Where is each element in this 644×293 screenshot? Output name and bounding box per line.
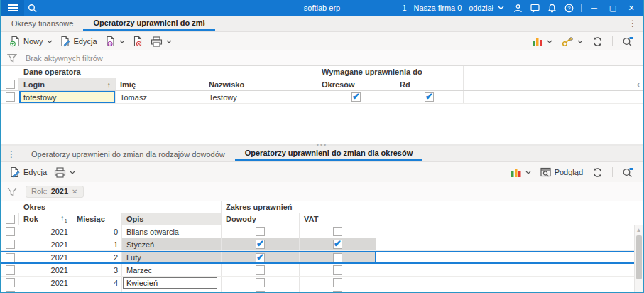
vat-checkbox[interactable] xyxy=(333,253,342,262)
detail-tab-menu[interactable]: ⋮ xyxy=(1,146,21,161)
cell-miesiac[interactable]: 1 xyxy=(72,238,122,250)
collapse-panel-icon[interactable]: ‹ xyxy=(637,80,640,89)
row-checkbox[interactable] xyxy=(6,265,15,275)
new-button[interactable]: Nowy xyxy=(6,33,56,49)
cell-rd[interactable] xyxy=(395,91,464,103)
document-info-button[interactable]: i xyxy=(101,33,129,49)
vertical-scrollbar[interactable]: ▲ xyxy=(634,225,643,293)
tab-okresy-finansowe[interactable]: Okresy finansowe xyxy=(1,16,83,31)
okresow-checkbox[interactable] xyxy=(351,92,361,102)
period-row[interactable]: 2021 3 Marzec xyxy=(1,264,643,277)
cell-vat[interactable] xyxy=(300,238,376,250)
tab-overflow-menu[interactable]: ⋮ xyxy=(623,16,643,31)
period-row[interactable]: 2021 5 Maj xyxy=(1,289,643,293)
cell-rok[interactable]: 2021 xyxy=(19,289,72,293)
cell-miesiac[interactable]: 3 xyxy=(72,264,122,276)
cell-opis[interactable]: Maj xyxy=(122,289,222,293)
scrollbar-thumb[interactable] xyxy=(636,235,642,279)
user-button[interactable] xyxy=(510,0,525,16)
permissions-button[interactable] xyxy=(558,33,586,49)
cell-rok[interactable]: 2021 xyxy=(19,252,72,262)
print-periods-button[interactable] xyxy=(50,164,79,180)
filter-funnel-icon[interactable] xyxy=(7,187,17,196)
cell-dowody[interactable] xyxy=(222,238,300,250)
row-checkbox[interactable] xyxy=(6,253,15,262)
select-all-checkbox[interactable] xyxy=(6,80,15,89)
vat-checkbox[interactable] xyxy=(333,240,342,249)
refresh-button[interactable] xyxy=(589,33,606,49)
row-checkbox[interactable] xyxy=(6,92,15,102)
column-header-rok[interactable]: Rok ↑1 xyxy=(19,213,72,225)
select-all-checkbox[interactable] xyxy=(6,215,15,224)
help-button[interactable]: ? xyxy=(561,0,577,16)
chart-button[interactable] xyxy=(528,33,556,49)
cell-opis[interactable]: Kwiecień xyxy=(122,277,222,289)
quick-search-button[interactable] xyxy=(618,164,637,180)
cell-vat-focused[interactable] xyxy=(300,252,376,262)
notifications-button[interactable] xyxy=(544,0,560,16)
cell-vat[interactable] xyxy=(300,264,376,276)
filter-funnel-icon[interactable] xyxy=(7,53,17,63)
cell-rok[interactable]: 2021 xyxy=(19,264,72,276)
cell-login[interactable]: totestowy xyxy=(19,91,116,103)
dowody-checkbox[interactable] xyxy=(256,253,265,262)
edit-period-button[interactable]: Edycja xyxy=(6,164,50,180)
rd-checkbox[interactable] xyxy=(425,92,434,102)
dowody-checkbox[interactable] xyxy=(256,265,265,275)
column-header-rd[interactable]: Rd xyxy=(395,78,464,90)
column-header-miesiac[interactable]: Miesiąc xyxy=(72,213,122,225)
filter-chip-rok[interactable]: Rok: 2021 ✕ xyxy=(26,186,84,198)
cell-dowody[interactable] xyxy=(222,264,300,276)
cell-rok[interactable]: 2021 xyxy=(19,238,72,250)
cell-vat[interactable] xyxy=(300,289,376,293)
refresh-button[interactable] xyxy=(589,164,606,180)
messages-button[interactable] xyxy=(527,0,542,16)
column-header-login[interactable]: Login ↑ xyxy=(19,78,116,90)
row-checkbox[interactable] xyxy=(6,278,15,287)
cell-rok[interactable]: 2021 xyxy=(19,225,72,238)
cell-imie[interactable]: Tomasz xyxy=(116,91,204,103)
hamburger-menu-button[interactable] xyxy=(1,0,24,16)
close-button[interactable]: ✕ xyxy=(623,0,640,16)
column-header-dowody[interactable]: Dowody xyxy=(222,213,300,225)
row-checkbox[interactable] xyxy=(6,227,15,236)
chart-button[interactable] xyxy=(507,164,535,180)
tab-operatorzy-uprawnieni[interactable]: Operatorzy uprawnieni do zmian [Firma xyxy=(83,16,215,31)
period-row-selected[interactable]: 2021 2 Luty xyxy=(1,251,643,264)
cell-nazwisko[interactable]: Testowy xyxy=(204,91,317,103)
operator-row[interactable]: totestowy Tomasz Testowy xyxy=(1,91,643,104)
column-header-imie[interactable]: Imię xyxy=(116,78,204,90)
cell-opis[interactable]: Marzec xyxy=(122,264,222,276)
cell-rok[interactable]: 2021 xyxy=(19,277,72,289)
cell-miesiac[interactable]: 4 xyxy=(72,277,122,289)
cell-dowody[interactable] xyxy=(222,252,300,262)
row-checkbox[interactable] xyxy=(6,240,15,249)
maximize-button[interactable]: ▢ xyxy=(604,0,621,16)
vat-checkbox[interactable] xyxy=(333,278,342,287)
period-row[interactable]: 2021 1 Styczeń xyxy=(1,238,643,251)
edit-button[interactable]: Edycja xyxy=(56,33,101,49)
remove-filter-icon[interactable]: ✕ xyxy=(72,188,77,196)
cell-vat[interactable] xyxy=(300,277,376,289)
column-header-okresow[interactable]: Okresów xyxy=(317,78,395,90)
preview-button[interactable]: Podgląd xyxy=(537,164,586,180)
column-header-vat[interactable]: VAT xyxy=(300,213,376,225)
company-selector[interactable]: 1 - Nasza firma 0 - oddział xyxy=(398,4,508,12)
focused-cell[interactable]: totestowy xyxy=(19,91,115,103)
delete-document-button[interactable] xyxy=(129,33,147,49)
dowody-checkbox[interactable] xyxy=(256,227,265,236)
cell-dowody[interactable] xyxy=(222,277,300,289)
vat-checkbox[interactable] xyxy=(333,265,342,275)
cell-opis[interactable]: Luty xyxy=(122,252,222,262)
cell-miesiac[interactable]: 2 xyxy=(72,252,122,262)
cell-opis[interactable]: Styczeń xyxy=(122,238,222,250)
period-row[interactable]: 2021 4 Kwiecień xyxy=(1,277,643,289)
dowody-checkbox[interactable] xyxy=(256,278,265,287)
global-search-button[interactable] xyxy=(24,0,40,16)
period-row[interactable]: 2021 0 Bilans otwarcia xyxy=(1,225,643,238)
minimize-button[interactable]: ─ xyxy=(586,0,603,16)
cell-opis[interactable]: Bilans otwarcia xyxy=(122,225,222,238)
cell-dowody[interactable] xyxy=(222,225,300,238)
cell-vat[interactable] xyxy=(300,225,376,238)
column-header-opis[interactable]: Opis xyxy=(122,213,222,225)
